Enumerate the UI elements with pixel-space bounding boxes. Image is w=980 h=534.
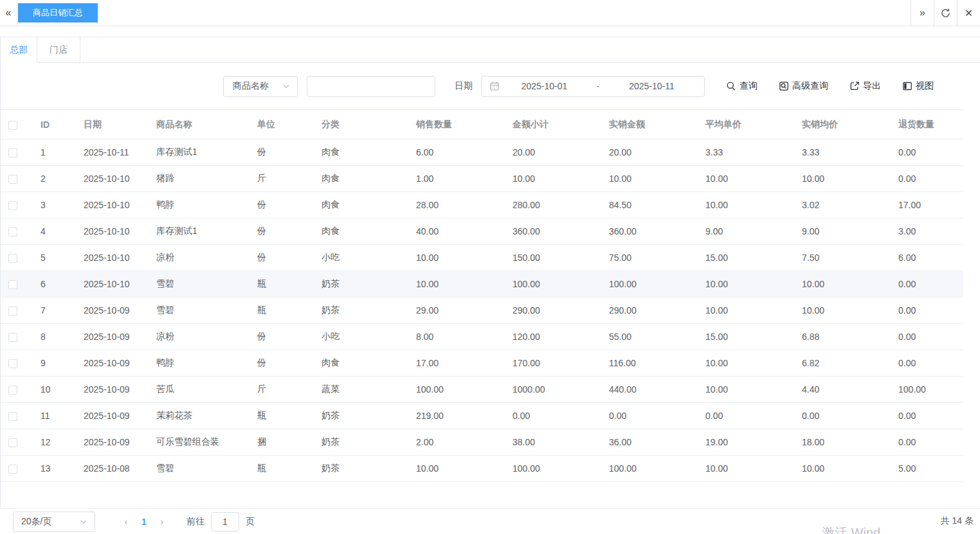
table-row[interactable]: 82025-10-09凉粉份小吃8.00120.0055.0015.006.88… bbox=[1, 324, 963, 350]
column-header[interactable]: 分类 bbox=[315, 110, 410, 139]
table-cell: 100.00 bbox=[506, 271, 603, 298]
table-cell: 100.00 bbox=[410, 377, 506, 403]
collapse-sidebar-icon[interactable]: « bbox=[0, 0, 17, 26]
table-cell: 份 bbox=[251, 218, 315, 245]
goto-page-input[interactable] bbox=[211, 512, 239, 531]
sales-table: ID日期商品名称单位分类销售数量金额小计实销金额平均单价实销均价退货数量 120… bbox=[1, 109, 963, 483]
export-button[interactable]: 导出 bbox=[849, 80, 881, 92]
table-cell: 75.00 bbox=[603, 245, 699, 271]
calendar-icon bbox=[489, 81, 500, 91]
table-cell: 奶茶 bbox=[315, 298, 410, 324]
table-cell: 2.00 bbox=[410, 429, 506, 456]
table-cell: 0.00 bbox=[892, 324, 963, 350]
table-cell: 360.00 bbox=[603, 218, 699, 245]
select-all-checkbox[interactable] bbox=[8, 121, 17, 130]
table-row[interactable]: 112025-10-09茉莉花茶瓶奶茶219.000.000.000.000.0… bbox=[1, 403, 963, 429]
table-row[interactable]: 12025-10-11库存测试1份肉食6.0020.0020.003.333.3… bbox=[1, 139, 963, 166]
table-cell: 3.02 bbox=[795, 192, 892, 218]
table-cell: 肉食 bbox=[315, 218, 410, 245]
table-cell: 肉食 bbox=[315, 139, 410, 166]
chevron-down-icon bbox=[282, 82, 291, 91]
column-header[interactable]: 平均单价 bbox=[699, 110, 795, 139]
row-checkbox[interactable] bbox=[8, 412, 17, 421]
table-cell: 40.00 bbox=[410, 218, 506, 245]
row-checkbox[interactable] bbox=[8, 201, 17, 210]
row-checkbox[interactable] bbox=[8, 148, 17, 157]
table-cell: 库存测试1 bbox=[150, 218, 251, 245]
table-row[interactable]: 32025-10-10鸭脖份肉食28.00280.0084.5010.003.0… bbox=[1, 192, 963, 218]
column-header[interactable]: 实销金额 bbox=[603, 110, 699, 139]
table-row[interactable]: 142025-10-04鸭脖份肉食1.0010.0010.0010.0010.0… bbox=[1, 482, 963, 483]
table-row[interactable]: 132025-10-08雪碧瓶奶茶10.00100.00100.0010.001… bbox=[1, 456, 963, 482]
table-cell: 肉食 bbox=[315, 350, 410, 377]
table-cell: 10.00 bbox=[699, 350, 795, 377]
close-icon[interactable]: ✕ bbox=[957, 0, 980, 26]
row-checkbox[interactable] bbox=[8, 307, 17, 316]
column-header[interactable]: 金额小计 bbox=[506, 110, 603, 139]
table-row[interactable]: 72025-10-09雪碧瓶奶茶29.00290.00290.0010.0010… bbox=[1, 298, 963, 324]
table-cell: 份 bbox=[251, 324, 315, 350]
table-row[interactable]: 42025-10-10库存测试1份肉食40.00360.00360.009.00… bbox=[1, 218, 963, 245]
column-header[interactable]: 销售数量 bbox=[410, 110, 506, 139]
window-tab-active[interactable]: 商品日销汇总 bbox=[18, 3, 98, 22]
row-checkbox[interactable] bbox=[8, 254, 17, 263]
table-cell: 0.00 bbox=[892, 482, 963, 483]
table-cell: 斤 bbox=[251, 377, 315, 403]
table-cell: 2025-10-10 bbox=[77, 192, 150, 218]
page-number-1[interactable]: 1 bbox=[135, 517, 153, 527]
row-checkbox[interactable] bbox=[8, 386, 17, 395]
column-header[interactable]: 单位 bbox=[251, 110, 315, 139]
table-row[interactable]: 102025-10-09苦瓜斤蔬菜100.001000.00440.0010.0… bbox=[1, 377, 963, 403]
table-cell: 6.88 bbox=[795, 324, 892, 350]
date-range-picker[interactable]: 2025-10-01 - 2025-10-11 bbox=[481, 76, 705, 97]
row-checkbox[interactable] bbox=[8, 175, 17, 184]
row-checkbox[interactable] bbox=[8, 280, 17, 289]
expand-tabs-icon[interactable]: » bbox=[911, 0, 934, 26]
refresh-icon[interactable] bbox=[934, 0, 957, 26]
column-header[interactable]: 日期 bbox=[77, 110, 150, 139]
next-page-button[interactable]: › bbox=[153, 516, 171, 527]
table-cell: 150.00 bbox=[506, 245, 603, 271]
table-cell: 瓶 bbox=[251, 456, 315, 482]
search-button[interactable]: 查询 bbox=[726, 80, 758, 92]
table-row[interactable]: 22025-10-10猪蹄斤肉食1.0010.0010.0010.0010.00… bbox=[1, 166, 963, 192]
table-cell: 7.50 bbox=[795, 245, 892, 271]
row-checkbox[interactable] bbox=[8, 359, 17, 368]
table-row[interactable]: 122025-10-09可乐雪碧组合装捆奶茶2.0038.0036.0019.0… bbox=[1, 429, 963, 456]
row-checkbox[interactable] bbox=[8, 438, 17, 447]
table-cell: 10.00 bbox=[410, 245, 506, 271]
page-size-select[interactable]: 20条/页 bbox=[13, 512, 95, 532]
table-cell: 280.00 bbox=[506, 192, 603, 218]
table-cell: 奶茶 bbox=[315, 403, 410, 429]
table-row[interactable]: 92025-10-09鸭脖份肉食17.00170.00116.0010.006.… bbox=[1, 350, 963, 377]
table-cell: 10.00 bbox=[699, 271, 795, 298]
column-header[interactable]: ID bbox=[34, 110, 77, 139]
table-cell: 0.00 bbox=[892, 403, 963, 429]
table-row[interactable]: 62025-10-10雪碧瓶奶茶10.00100.00100.0010.0010… bbox=[1, 271, 963, 298]
row-checkbox[interactable] bbox=[8, 227, 17, 236]
table-cell: 奶茶 bbox=[315, 429, 410, 456]
table-cell: 凉粉 bbox=[150, 324, 251, 350]
tab-stores[interactable]: 门店 bbox=[37, 37, 80, 63]
view-button[interactable]: 视图 bbox=[902, 80, 934, 92]
date-end-value[interactable]: 2025-10-11 bbox=[607, 81, 696, 91]
prev-page-button[interactable]: ‹ bbox=[117, 516, 135, 527]
search-field-select[interactable]: 商品名称 bbox=[223, 76, 298, 97]
table-cell: 290.00 bbox=[603, 298, 699, 324]
advanced-search-button[interactable]: 高级查询 bbox=[779, 80, 828, 92]
column-header[interactable]: 商品名称 bbox=[150, 110, 251, 139]
table-cell: 15.00 bbox=[699, 324, 795, 350]
column-header[interactable]: 实销均价 bbox=[795, 110, 892, 139]
tab-headquarters[interactable]: 总部 bbox=[1, 37, 37, 63]
keyword-input[interactable] bbox=[307, 76, 435, 97]
column-header[interactable]: 退货数量 bbox=[892, 110, 963, 139]
date-range-separator: - bbox=[589, 81, 607, 91]
table-cell: 12 bbox=[34, 429, 77, 456]
row-checkbox[interactable] bbox=[8, 465, 17, 474]
row-checkbox[interactable] bbox=[8, 333, 17, 342]
table-cell: 0.00 bbox=[892, 166, 963, 192]
table-cell: 1000.00 bbox=[506, 377, 603, 403]
table-cell: 10.00 bbox=[603, 482, 699, 483]
date-start-value[interactable]: 2025-10-01 bbox=[500, 81, 589, 91]
table-row[interactable]: 52025-10-10凉粉份小吃10.00150.0075.0015.007.5… bbox=[1, 245, 963, 271]
